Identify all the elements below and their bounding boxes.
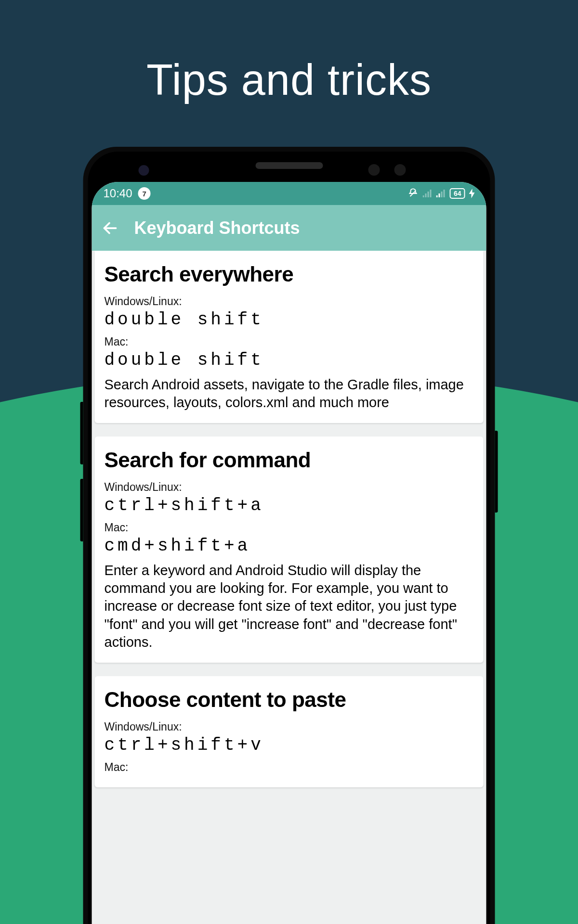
svg-rect-5	[439, 193, 440, 197]
platform-label-windows: Windows/Linux:	[105, 481, 474, 494]
page-title: Tips and tricks	[0, 55, 578, 105]
shortcut-key-windows: double shift	[105, 310, 474, 330]
svg-rect-7	[444, 190, 445, 197]
phone-front-camera	[139, 165, 149, 176]
platform-label-mac: Mac:	[105, 521, 474, 534]
status-time: 10:40	[104, 187, 132, 200]
card-title: Search everywhere	[105, 262, 474, 286]
svg-rect-1	[425, 193, 427, 197]
shortcut-key-mac: cmd+shift+a	[105, 536, 474, 556]
battery-indicator: 64	[450, 188, 465, 199]
card-description: Search Android assets, navigate to the G…	[105, 376, 474, 411]
svg-rect-0	[423, 195, 424, 197]
phone-speaker	[255, 162, 323, 169]
back-button[interactable]	[102, 219, 119, 237]
phone-screen: 10:40 7	[92, 182, 486, 924]
status-bar: 10:40 7	[92, 182, 486, 205]
phone-sensors	[368, 164, 406, 176]
svg-rect-4	[436, 195, 438, 197]
svg-rect-3	[430, 190, 432, 197]
shortcut-card: Search for command Windows/Linux: ctrl+s…	[95, 436, 484, 663]
app-bar-title: Keyboard Shortcuts	[134, 218, 300, 238]
phone-button-volume-down	[80, 479, 83, 541]
content-list[interactable]: Search everywhere Windows/Linux: double …	[92, 251, 486, 787]
shortcut-card: Search everywhere Windows/Linux: double …	[95, 251, 484, 423]
phone-bezel: 10:40 7	[88, 152, 490, 924]
svg-rect-2	[428, 192, 429, 197]
charging-icon	[469, 189, 475, 198]
signal-icon-2	[436, 189, 446, 198]
battery-level: 64	[454, 190, 461, 197]
card-title: Search for command	[105, 448, 474, 472]
shortcut-key-windows: ctrl+shift+v	[105, 735, 474, 755]
platform-label-mac: Mac:	[105, 761, 474, 774]
phone-button-power	[495, 431, 498, 513]
shortcut-key-mac: double shift	[105, 350, 474, 370]
app-bar: Keyboard Shortcuts	[92, 205, 486, 251]
phone-button-volume-up	[80, 402, 83, 464]
card-title: Choose content to paste	[105, 688, 474, 712]
svg-rect-6	[441, 192, 443, 197]
phone-frame: 10:40 7	[83, 147, 495, 924]
notification-badge: 7	[138, 187, 151, 200]
card-description: Enter a keyword and Android Studio will …	[105, 562, 474, 651]
shortcut-card: Choose content to paste Windows/Linux: c…	[95, 676, 484, 787]
mute-icon	[407, 188, 419, 199]
shortcut-key-windows: ctrl+shift+a	[105, 496, 474, 515]
platform-label-mac: Mac:	[105, 335, 474, 348]
arrow-left-icon	[102, 219, 119, 237]
platform-label-windows: Windows/Linux:	[105, 720, 474, 733]
platform-label-windows: Windows/Linux:	[105, 295, 474, 308]
signal-icon	[423, 189, 433, 198]
